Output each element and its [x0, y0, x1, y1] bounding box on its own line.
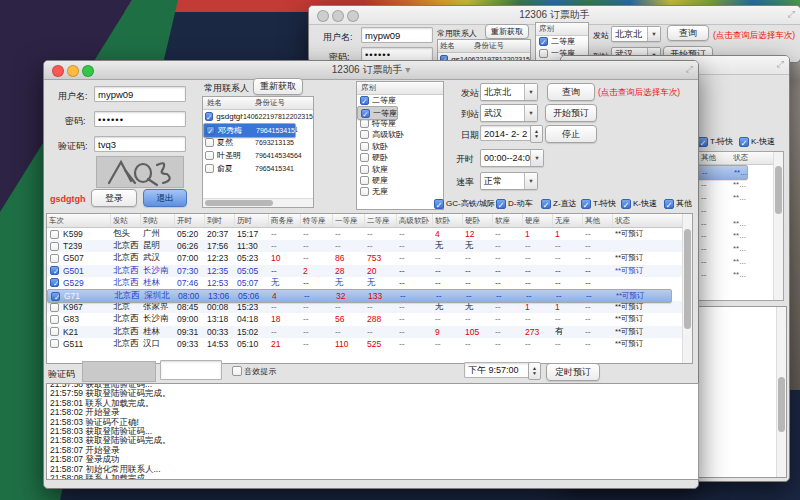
fw-timer-book-button[interactable]: 定时预订 [546, 363, 600, 381]
bw-username-input[interactable] [361, 27, 433, 43]
stepper-arrows-icon[interactable]: ▲▼ [528, 362, 541, 380]
mw-table-row[interactable]: --**... [697, 268, 783, 281]
table-header-状态[interactable]: 状态 [613, 214, 692, 227]
train-row-G83[interactable]: G83北京西长沙南09:0013:1804:1818--56288-------… [47, 313, 692, 325]
mw-table-row[interactable]: -- [697, 204, 783, 217]
table-header-开时[interactable]: 开时 [175, 214, 205, 227]
fw-captcha-input[interactable] [94, 136, 186, 152]
mw-filter-T-特快[interactable]: ✓T-特快 [698, 136, 733, 147]
checkbox-unchecked-icon[interactable] [360, 187, 369, 196]
mw-status-table[interactable]: 其他 状态 --**...----**...--**...----**...--… [696, 151, 784, 301]
table-header-到时[interactable]: 到时 [205, 214, 235, 227]
train-row-G511[interactable]: G511北京西汉口09:3314:5305:1021--110525------… [47, 338, 692, 350]
mw-table-row[interactable]: --**... [697, 217, 783, 230]
checkbox-checked-icon[interactable]: ✓ [206, 126, 215, 135]
bw-refresh-button[interactable]: 重新获取 [485, 24, 529, 39]
fw-time-select[interactable]: 00:00--24:00▼ [480, 149, 544, 167]
resize-icon[interactable]: ⤢ [686, 64, 693, 75]
bw-seat-item[interactable]: ✓二等座 [536, 36, 588, 47]
checkbox-checked-icon[interactable]: ✓ [739, 137, 749, 147]
mw-table-row[interactable]: --**... [697, 255, 783, 268]
bw-search-button[interactable]: 查询 [667, 25, 709, 41]
fw-log-box[interactable]: 21:57:58 获取登陆验证码...21:57:59 获取登陆验证码完成。21… [46, 383, 699, 480]
fw-seat-item[interactable]: ✓一等座 [357, 106, 398, 119]
table-header-到站[interactable]: 到站 [141, 214, 175, 227]
fw-type-K-快速[interactable]: ✓K-快速 [621, 198, 657, 209]
fw-logout-button[interactable]: 退出 [143, 189, 187, 207]
checkbox-unchecked-icon[interactable] [50, 242, 59, 251]
fw-type-其他[interactable]: ✓其他 [664, 198, 692, 209]
train-row-G501[interactable]: ✓G501北京西长沙南07:3012:3505:05--22820-------… [47, 265, 692, 277]
fw-sound-checkbox[interactable]: 音效提示 [232, 366, 276, 377]
mw-table-row[interactable]: --**... [697, 165, 748, 180]
checkbox-checked-icon[interactable]: ✓ [205, 112, 213, 121]
checkbox-unchecked-icon[interactable] [360, 165, 369, 174]
checkbox-checked-icon[interactable]: ✓ [496, 199, 506, 209]
fw-type-GC-高铁/城际[interactable]: ✓GC-高铁/城际 [434, 198, 495, 209]
checkbox-checked-icon[interactable]: ✓ [50, 278, 59, 287]
train-row-G507[interactable]: G507北京西武汉07:0012:2305:2310--86753-------… [47, 252, 692, 264]
fw-seat-list[interactable]: 席别 ✓二等座✓一等座商务座特等座高级软卧软卧硬卧软座硬座无座 [356, 81, 444, 210]
checkbox-unchecked-icon[interactable] [50, 230, 59, 239]
fw-password-input[interactable] [94, 111, 186, 127]
train-row-K599[interactable]: K599包头广州05:2020:3715:17----------412--11… [47, 228, 692, 240]
table-header-无座[interactable]: 无座 [553, 214, 583, 227]
front-window-titlebar[interactable]: 12306 订票助手 ▾ ⤢ [44, 61, 698, 80]
mw-table-row[interactable]: --**... [697, 242, 783, 255]
fw-seat-item[interactable]: 软卧 [357, 141, 443, 152]
contact-row[interactable]: ✓邓秀梅7964153415 [203, 123, 296, 138]
fw-bottom-captcha-input[interactable] [160, 360, 222, 380]
checkbox-unchecked-icon[interactable] [50, 315, 59, 324]
checkbox-unchecked-icon[interactable] [232, 366, 242, 376]
contact-row[interactable]: ✓gsdgtgh140622197812202315 [203, 110, 313, 123]
checkbox-unchecked-icon[interactable] [50, 254, 59, 263]
fw-rate-select[interactable]: 正常▼ [480, 172, 538, 190]
checkbox-checked-icon[interactable]: ✓ [50, 266, 59, 275]
fw-to-select[interactable]: 武汉▼ [480, 104, 538, 122]
checkbox-checked-icon[interactable]: ✓ [434, 199, 444, 209]
fw-username-input[interactable] [94, 86, 186, 102]
table-header-软座[interactable]: 软座 [493, 214, 523, 227]
checkbox-checked-icon[interactable]: ✓ [541, 199, 551, 209]
table-header-商务座[interactable]: 商务座 [269, 214, 301, 227]
checkbox-unchecked-icon[interactable] [50, 339, 59, 348]
checkbox-checked-icon[interactable]: ✓ [664, 199, 674, 209]
resize-icon[interactable]: ⤢ [777, 59, 784, 70]
train-row-T239[interactable]: T239北京西昆明06:2617:5611:30----------无无----… [47, 240, 692, 252]
mw-table-row[interactable]: --**... [697, 229, 783, 242]
fw-timer-time-stepper[interactable] [464, 362, 530, 378]
table-header-发站[interactable]: 发站 [111, 214, 141, 227]
checkbox-checked-icon[interactable]: ✓ [621, 199, 631, 209]
stepper-arrows-icon[interactable]: ▲▼ [530, 125, 543, 143]
fw-book-button[interactable]: 开始预订 [545, 104, 597, 122]
table-header-高级软卧[interactable]: 高级软卧 [397, 214, 433, 227]
checkbox-unchecked-icon[interactable] [360, 176, 369, 185]
checkbox-unchecked-icon[interactable] [205, 151, 214, 160]
fw-search-button[interactable]: 查询 [547, 83, 595, 101]
fw-from-select[interactable]: 北京北▼ [480, 83, 538, 101]
table-header-特等座[interactable]: 特等座 [301, 214, 333, 227]
fw-seat-item[interactable]: 高级软卧 [357, 129, 443, 140]
checkbox-unchecked-icon[interactable] [539, 49, 548, 58]
table-header-二等座[interactable]: 二等座 [365, 214, 397, 227]
fw-contacts-list[interactable]: 姓名 身份证号 ✓gsdgtgh140622197812202315✓邓秀梅79… [202, 96, 314, 208]
table-header-硬卧[interactable]: 硬卧 [463, 214, 493, 227]
checkbox-checked-icon[interactable]: ✓ [361, 109, 370, 118]
train-row-K21[interactable]: K21北京西桂林09:3100:3315:02----------9105--2… [47, 326, 692, 338]
fw-seat-item[interactable]: 软座 [357, 163, 443, 174]
contact-row[interactable]: 叶圣明796414534564 [203, 149, 313, 162]
checkbox-unchecked-icon[interactable] [50, 327, 59, 336]
fw-seat-item[interactable]: 硬座 [357, 175, 443, 186]
fw-type-T-特快[interactable]: ✓T-特快 [581, 198, 616, 209]
fw-type-Z-直达[interactable]: ✓Z-直达 [541, 198, 577, 209]
front-window[interactable]: 12306 订票助手 ▾ ⤢ 用户名: 密码: 验证码: gsdgtgh 登录 … [43, 60, 699, 489]
train-row-G529[interactable]: ✓G529北京西桂林07:4612:5305:07无--无无----------… [47, 277, 692, 289]
fw-type-D-动车[interactable]: ✓D-动车 [496, 198, 532, 209]
checkbox-unchecked-icon[interactable] [360, 130, 369, 139]
scrollbar[interactable] [773, 152, 783, 300]
mw-filter-K-快速[interactable]: ✓K-快速 [739, 136, 775, 147]
fw-seat-item[interactable]: 无座 [357, 186, 443, 197]
scrollbar[interactable] [682, 214, 692, 363]
checkbox-checked-icon[interactable]: ✓ [51, 292, 60, 301]
checkbox-checked-icon[interactable]: ✓ [360, 96, 369, 105]
